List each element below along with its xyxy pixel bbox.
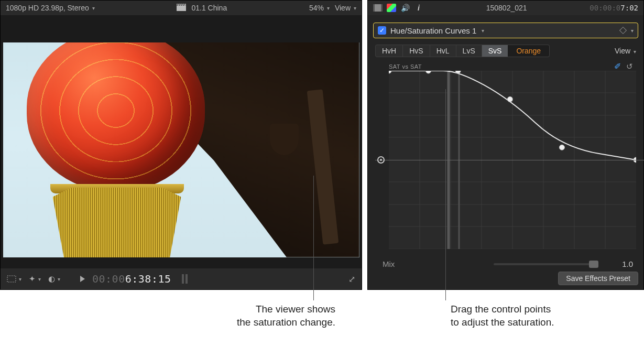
curve-tab-row: HvH HvS HvL LvS SvS Orange View ▾	[368, 44, 643, 58]
transform-tool-dropdown[interactable]: ▾	[7, 275, 21, 283]
inspector-clip-name: 150802_021	[486, 4, 527, 12]
view-label: View	[615, 47, 630, 55]
reset-button[interactable]: ↺	[626, 62, 633, 71]
chevron-down-icon: ▾	[354, 5, 356, 11]
view-label: View	[335, 4, 351, 12]
inspector-view-dropdown[interactable]: View ▾	[615, 47, 636, 55]
chevron-down-icon: ▾	[38, 276, 41, 282]
tab-svs[interactable]: SvS	[482, 45, 508, 57]
curve-area: SAT vs SAT ✐ ↺	[375, 61, 636, 256]
curve-control-point[interactable]	[389, 71, 391, 73]
clapboard-icon	[177, 4, 186, 13]
eyedropper-button[interactable]: ✐	[614, 61, 621, 71]
retime-icon: ◐	[48, 274, 55, 284]
chevron-down-icon: ▾	[92, 5, 95, 11]
callout-text: the saturation change.	[237, 317, 335, 328]
mix-slider[interactable]	[494, 263, 598, 265]
tab-orange[interactable]: Orange	[508, 45, 550, 57]
callout-text: to adjust the saturation.	[451, 317, 554, 328]
chevron-down-icon: ▾	[19, 276, 21, 282]
svg-rect-0	[177, 6, 186, 11]
curve-control-point[interactable]	[507, 96, 512, 102]
mix-row: Mix 1.0	[368, 256, 643, 268]
curve-label: SAT vs SAT	[389, 63, 636, 70]
info-inspector-tab[interactable]: i	[414, 4, 423, 12]
retime-tool-dropdown[interactable]: ◐ ▾	[48, 274, 60, 284]
viewer-video-frame	[3, 42, 359, 257]
zero-marker-icon	[377, 156, 385, 164]
callout-leader-line	[313, 176, 314, 300]
inspector-panel: 🔊 i 150802_021 00:00:07:02 ✓ Hue/Saturat…	[367, 0, 644, 290]
inspector-header: 🔊 i 150802_021 00:00:07:02	[368, 1, 643, 15]
chevron-down-icon: ▾	[327, 5, 330, 11]
clip-name[interactable]: 01.1 China	[191, 4, 227, 12]
effect-name: Hue/Saturation Curves 1	[390, 26, 476, 35]
viewer-panel: 1080p HD 23.98p, Stereo ▾ 01.1 China 54%…	[0, 0, 362, 290]
zoom-value: 54%	[309, 4, 324, 12]
clip-format[interactable]: 1080p HD 23.98p, Stereo ▾	[6, 4, 95, 12]
viewer-footer: ▾ ✦ ▾ ◐ ▾ 00:006:38:15 ⤢	[1, 268, 362, 289]
timecode-bright: 6:38:15	[125, 273, 171, 285]
tab-hvl[interactable]: HvL	[430, 45, 456, 57]
chevron-down-icon: ▾	[482, 28, 484, 34]
tab-lvs[interactable]: LvS	[456, 45, 482, 57]
callout-curve: Drag the control points to adjust the sa…	[451, 303, 597, 329]
crop-icon	[7, 275, 16, 283]
zoom-dropdown[interactable]: 54% ▾	[309, 4, 330, 12]
svg-rect-8	[373, 4, 375, 12]
tab-hvs[interactable]: HvS	[402, 45, 429, 57]
effect-title-bar[interactable]: ✓ Hue/Saturation Curves 1 ▾ ▾	[373, 23, 638, 38]
mix-label: Mix	[383, 260, 395, 268]
svg-rect-9	[381, 4, 383, 12]
chevron-down-icon: ▾	[634, 49, 636, 55]
fullscreen-button[interactable]: ⤢	[348, 274, 355, 284]
color-inspector-tab[interactable]	[387, 4, 396, 12]
effect-enable-checkbox[interactable]: ✓	[378, 26, 386, 35]
inspector-timecode: 00:00:07:02	[590, 4, 638, 12]
view-dropdown[interactable]: View ▾	[335, 4, 356, 12]
tc-bright: 7:02	[620, 4, 638, 12]
callout-text: Drag the control points	[451, 304, 551, 315]
audio-inspector-tab[interactable]: 🔊	[400, 4, 410, 12]
wand-icon: ✦	[29, 274, 36, 284]
clip-format-label: 1080p HD 23.98p, Stereo	[6, 4, 89, 12]
tab-hvh[interactable]: HvH	[375, 45, 402, 57]
svg-rect-6	[7, 276, 16, 282]
tc-dim: 00:00:0	[590, 4, 620, 12]
chevron-down-icon: ▾	[58, 276, 60, 282]
curve-control-point[interactable]	[426, 71, 431, 73]
viewer-stage[interactable]	[1, 15, 362, 268]
callout-leader-line	[445, 89, 446, 300]
viewer-header: 1080p HD 23.98p, Stereo ▾ 01.1 China 54%…	[1, 1, 362, 15]
save-effects-preset-button[interactable]: Save Effects Preset	[558, 272, 638, 285]
audio-meter	[182, 274, 188, 284]
curve-graph[interactable]	[389, 71, 636, 249]
callout-text: The viewer shows	[256, 304, 335, 315]
timecode-display[interactable]: 00:006:38:15	[92, 273, 171, 285]
callout-viewer: The viewer shows the saturation change.	[189, 303, 335, 329]
video-inspector-tab[interactable]	[373, 4, 383, 12]
keyframe-icon[interactable]	[619, 27, 627, 34]
timecode-dim: 00:00	[92, 273, 125, 285]
enhance-tool-dropdown[interactable]: ✦ ▾	[29, 274, 41, 284]
mix-value[interactable]: 1.0	[609, 260, 633, 268]
chevron-down-icon[interactable]: ▾	[631, 28, 634, 34]
play-button[interactable]	[80, 276, 85, 282]
mix-slider-thumb[interactable]	[589, 261, 598, 268]
curve-control-point[interactable]	[559, 145, 564, 150]
